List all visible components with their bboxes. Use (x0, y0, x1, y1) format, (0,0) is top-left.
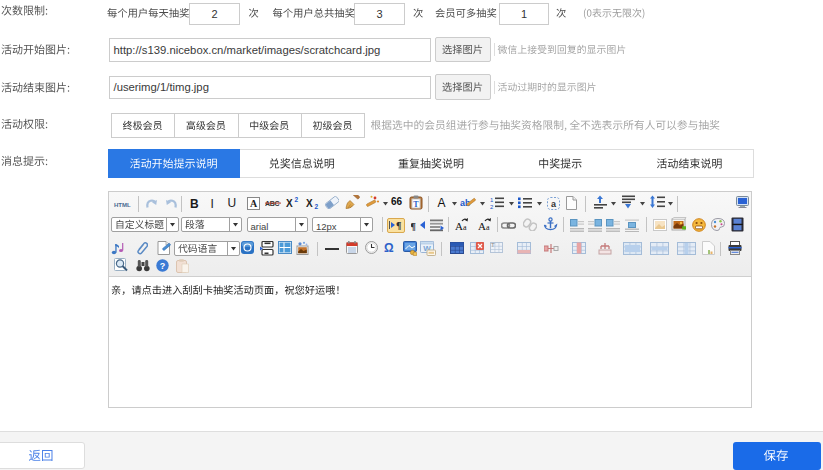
svg-text:?: ? (159, 261, 165, 271)
svg-text:¶: ¶ (396, 220, 401, 230)
svg-text:1: 1 (490, 197, 494, 203)
svg-text:a: a (463, 223, 467, 231)
svg-text:A: A (249, 198, 257, 209)
svg-text:T: T (491, 242, 495, 248)
svg-text:a: a (486, 223, 490, 231)
svg-text:A: A (455, 220, 463, 231)
svg-text:A: A (478, 220, 486, 231)
svg-text:a: a (550, 198, 556, 208)
svg-text:2: 2 (490, 204, 494, 210)
svg-text:T: T (413, 200, 419, 209)
svg-text:¶: ¶ (411, 220, 416, 232)
